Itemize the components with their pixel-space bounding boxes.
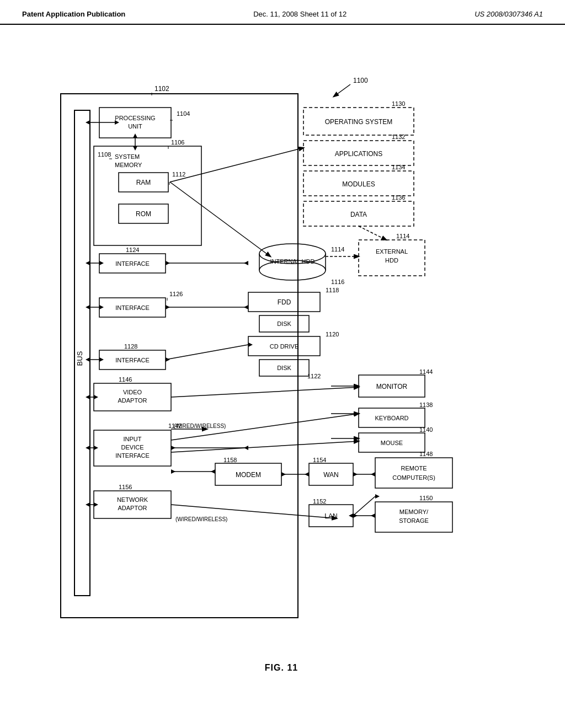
svg-text:COMPUTER(S): COMPUTER(S) — [392, 474, 435, 481]
label-1130: 1130 — [392, 100, 405, 107]
label-1144: 1144 — [419, 368, 433, 375]
svg-marker-33 — [86, 357, 90, 362]
svg-line-3 — [334, 84, 350, 97]
svg-marker-48 — [94, 446, 98, 450]
svg-marker-88 — [353, 472, 358, 477]
label-1126: 1126 — [169, 291, 183, 297]
os-label: OPERATING SYSTEM — [325, 118, 392, 126]
wired-wireless2-label: (WIRED/WIRELESS) — [175, 516, 227, 522]
disk1-label: DISK — [277, 320, 291, 327]
figure-caption: FIG. 11 — [265, 663, 298, 673]
memory-storage-label: MEMORY/ — [399, 508, 429, 515]
label-1136: 1136 — [392, 194, 405, 201]
label-1140: 1140 — [419, 426, 433, 433]
modem-label: MODEM — [236, 471, 261, 479]
svg-marker-42 — [94, 395, 98, 399]
svg-line-110 — [171, 387, 359, 397]
label-1122: 1122 — [307, 373, 321, 379]
label-1112: 1112 — [172, 171, 185, 178]
svg-marker-47 — [86, 446, 90, 450]
svg-line-112 — [171, 441, 359, 452]
keyboard-label: KEYBOARD — [375, 415, 408, 421]
rom-label: ROM — [136, 210, 151, 218]
svg-text:ADAPTOR: ADAPTOR — [118, 505, 147, 511]
label-1120: 1120 — [326, 331, 339, 338]
svg-marker-89 — [371, 472, 375, 477]
label-1114-left: 1114 — [331, 246, 344, 253]
page-header: Patent Application Publication Dec. 11, … — [0, 0, 565, 25]
label-1128: 1128 — [124, 343, 137, 350]
svg-text:(WIRED/WIRELESS): (WIRED/WIRELESS) — [174, 423, 226, 429]
svg-marker-34 — [99, 357, 104, 362]
svg-text:DEVICE: DEVICE — [121, 444, 144, 451]
svg-text:MEMORY: MEMORY — [115, 162, 142, 168]
svg-marker-27 — [99, 305, 104, 309]
mouse-label: MOUSE — [381, 440, 403, 446]
label-1124: 1124 — [126, 247, 139, 253]
label-1132: 1132 — [392, 133, 405, 140]
cd-drive-label: CD DRIVE — [270, 343, 299, 350]
disk2-label: DISK — [277, 365, 291, 371]
label-1138: 1138 — [419, 402, 433, 408]
interface3-label: INTERFACE — [115, 357, 150, 363]
header-right: US 2008/0307346 A1 — [475, 10, 543, 18]
svg-line-15 — [170, 148, 303, 182]
svg-line-103 — [359, 226, 386, 240]
label-1150: 1150 — [419, 495, 433, 501]
svg-marker-57 — [86, 502, 90, 507]
network-adaptor-label: NETWORK — [117, 496, 148, 503]
svg-text:UNIT: UNIT — [128, 123, 142, 130]
label-1134: 1134 — [392, 164, 405, 170]
monitor-label: MONITOR — [376, 383, 408, 390]
svg-rect-85 — [375, 458, 452, 488]
label-1104: 1104 — [177, 110, 190, 117]
svg-marker-105 — [133, 133, 137, 138]
svg-marker-92 — [375, 494, 380, 499]
svg-marker-106 — [133, 146, 137, 151]
svg-marker-80 — [211, 469, 215, 474]
svg-marker-30 — [244, 305, 248, 309]
data-label: DATA — [350, 211, 367, 218]
svg-marker-37 — [166, 357, 170, 362]
svg-marker-36 — [248, 342, 253, 347]
internal-hdd-label: INTERNAL HDD — [270, 258, 315, 265]
label-1152: 1152 — [313, 498, 326, 505]
label-1116: 1116 — [331, 279, 344, 285]
label-1114-ext: 1114 — [396, 233, 409, 239]
diagram-svg: BUS 1102 1100 PROCESSING UNIT 1104 1106 … — [33, 39, 530, 662]
interface2-label: INTERFACE — [115, 304, 150, 311]
svg-marker-79 — [171, 469, 175, 474]
svg-text:ADAPTOR: ADAPTOR — [118, 397, 147, 404]
svg-marker-98 — [371, 513, 375, 518]
lan-label: LAN — [324, 512, 337, 520]
video-adaptor-label: VIDEO — [123, 389, 142, 395]
bus-label: BUS — [76, 351, 84, 366]
label-1102: 1102 — [154, 85, 169, 93]
wan-label: WAN — [323, 471, 339, 479]
remote-computer-label: REMOTE — [401, 465, 427, 472]
svg-text:INTERFACE: INTERFACE — [115, 452, 150, 459]
svg-rect-7 — [94, 146, 201, 245]
svg-line-35 — [166, 345, 248, 360]
svg-marker-83 — [281, 472, 286, 477]
label-1108: 1108 — [98, 151, 111, 158]
label-1106: 1106 — [171, 139, 184, 146]
label-1154: 1154 — [313, 457, 326, 463]
processing-unit-label: PROCESSING — [115, 115, 155, 121]
label-1118: 1118 — [326, 287, 339, 293]
svg-marker-21 — [166, 261, 170, 265]
svg-marker-41 — [86, 395, 90, 399]
svg-marker-26 — [86, 305, 90, 309]
applications-label: APPLICATIONS — [335, 150, 382, 158]
svg-marker-29 — [166, 305, 170, 309]
svg-marker-19 — [99, 261, 104, 265]
page: Patent Application Publication Dec. 11, … — [0, 0, 565, 728]
label-1156: 1156 — [119, 484, 132, 490]
svg-line-91 — [353, 496, 375, 516]
fdd-label: FDD — [278, 298, 291, 306]
svg-marker-58 — [94, 502, 98, 507]
label-1100: 1100 — [353, 77, 368, 84]
ram-label: RAM — [136, 179, 151, 186]
svg-marker-93 — [349, 513, 353, 518]
svg-marker-52 — [171, 446, 175, 450]
